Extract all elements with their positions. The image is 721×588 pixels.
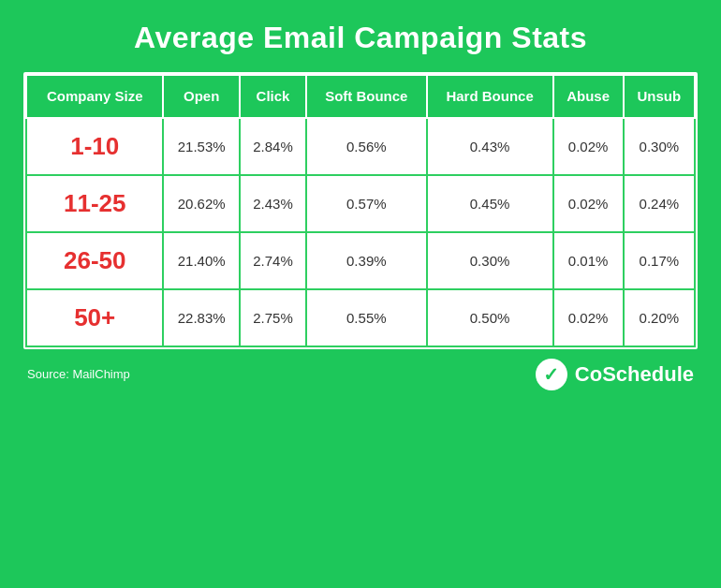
header-abuse: Abuse: [553, 75, 624, 118]
stat-cell: 21.40%: [163, 232, 240, 289]
stat-cell: 0.02%: [553, 289, 624, 346]
logo-checkmark: ✓: [543, 365, 559, 384]
stat-cell: 22.83%: [163, 289, 240, 346]
stat-cell: 0.02%: [553, 118, 624, 175]
coschedule-logo: ✓ CoSchedule: [536, 359, 694, 390]
company-size-cell: 11-25: [26, 175, 163, 232]
table-row: 11-2520.62%2.43%0.57%0.45%0.02%0.24%: [26, 175, 695, 232]
stat-cell: 0.50%: [427, 289, 553, 346]
company-size-cell: 50+: [26, 289, 163, 346]
logo-circle: ✓: [536, 359, 567, 390]
table-row: 26-5021.40%2.74%0.39%0.30%0.01%0.17%: [26, 232, 695, 289]
stat-cell: 21.53%: [163, 118, 240, 175]
stat-cell: 2.75%: [240, 289, 306, 346]
stat-cell: 0.02%: [553, 175, 624, 232]
page-title: Average Email Campaign Stats: [115, 0, 606, 72]
stat-cell: 2.74%: [240, 232, 306, 289]
header-soft-bounce: Soft Bounce: [306, 75, 427, 118]
stat-cell: 0.24%: [624, 175, 695, 232]
stats-table-wrapper: Company Size Open Click Soft Bounce Hard…: [23, 72, 698, 349]
header-hard-bounce: Hard Bounce: [427, 75, 553, 118]
table-row: 1-1021.53%2.84%0.56%0.43%0.02%0.30%: [26, 118, 695, 175]
stat-cell: 0.39%: [306, 232, 427, 289]
stat-cell: 20.62%: [163, 175, 240, 232]
stat-cell: 0.55%: [306, 289, 427, 346]
stat-cell: 0.57%: [306, 175, 427, 232]
table-row: 50+22.83%2.75%0.55%0.50%0.02%0.20%: [26, 289, 695, 346]
stat-cell: 0.30%: [624, 118, 695, 175]
source-label: Source: MailChimp: [27, 367, 130, 381]
header-unsub: Unsub: [624, 75, 695, 118]
stat-cell: 0.01%: [553, 232, 624, 289]
stats-table: Company Size Open Click Soft Bounce Hard…: [25, 74, 696, 347]
stat-cell: 2.43%: [240, 175, 306, 232]
header-click: Click: [240, 75, 306, 118]
stat-cell: 0.45%: [427, 175, 553, 232]
stat-cell: 0.43%: [427, 118, 553, 175]
logo-text: CoSchedule: [575, 362, 694, 387]
stat-cell: 0.17%: [624, 232, 695, 289]
stat-cell: 0.20%: [624, 289, 695, 346]
header-open: Open: [163, 75, 240, 118]
stat-cell: 2.84%: [240, 118, 306, 175]
stat-cell: 0.30%: [427, 232, 553, 289]
company-size-cell: 26-50: [26, 232, 163, 289]
footer: Source: MailChimp ✓ CoSchedule: [23, 349, 698, 390]
header-company-size: Company Size: [26, 75, 163, 118]
stat-cell: 0.56%: [306, 118, 427, 175]
table-header-row: Company Size Open Click Soft Bounce Hard…: [26, 75, 695, 118]
company-size-cell: 1-10: [26, 118, 163, 175]
